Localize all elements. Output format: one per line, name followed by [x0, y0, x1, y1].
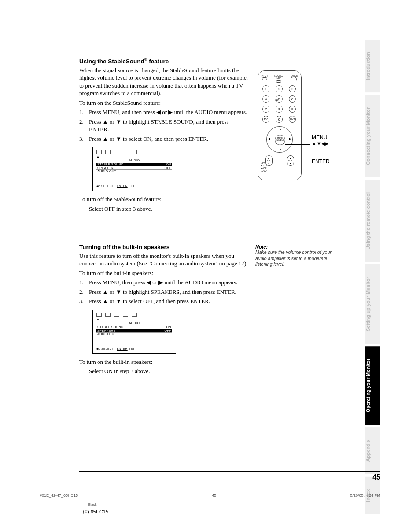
- remote-key-100: 100: [262, 116, 269, 123]
- footer-page: 45: [212, 493, 216, 498]
- step-1: 1.Press MENU, then press ◀ or ▶ until th…: [89, 278, 249, 286]
- note-text: Make sure the volume control of your aud…: [255, 249, 339, 267]
- remote-key-2: 2: [276, 85, 283, 92]
- remote-vol-rocker: ▲VOL▼: [287, 155, 294, 166]
- heading-stablesound: Using the StableSound® feature: [79, 57, 249, 65]
- tab-connecting: Connecting your Monitor: [365, 95, 380, 177]
- footer-model: (E) 65HC15: [83, 509, 108, 514]
- crop-mark: [26, 20, 33, 33]
- section-tabs: Introduction Connecting your Monitor Usi…: [365, 40, 380, 517]
- osd-footer: ◉: SELECT ENTER:SET: [96, 347, 135, 351]
- remote-label-input: INPUT: [261, 74, 268, 77]
- remote-key-6: 6: [289, 95, 296, 103]
- remote-menu-button: MENU EX/MENU: [275, 135, 285, 145]
- step-2: 2.Press ▲ or ▼ to highlight STABLE SOUND…: [89, 118, 249, 133]
- osd-row-speakers: SPEAKERSOFF: [96, 329, 172, 333]
- turn-on-label: To turn on the built-in speakers:: [79, 358, 249, 366]
- remote-key-7: 7: [262, 106, 269, 113]
- step-text: Press MENU, and then press ◀ or ▶ until …: [89, 109, 247, 115]
- remote-label-plus10: +10: [275, 99, 278, 101]
- osd-screenshot-stablesound: ▲ AUDIO STABLE SOUNDON SPEAKERSOFF AUDIO…: [92, 147, 176, 191]
- tab-introduction: Introduction: [365, 40, 380, 92]
- remote-key-9: 9: [289, 106, 296, 113]
- step-1: 1.Press MENU, and then press ◀ or ▶ unti…: [89, 108, 249, 116]
- turn-off-label: To turn off the built-in speakers:: [79, 269, 249, 277]
- remote-key-8: 8: [276, 106, 283, 113]
- osd-title: AUDIO: [96, 159, 172, 162]
- remote-dpad: ▲▼◀▶ MENU EX/MENU: [266, 126, 293, 153]
- step-text: Press ▲ or ▼ to highlight STABLE SOUND, …: [89, 118, 229, 133]
- step-text: Press MENU, then press ◀ or ▶ until the …: [89, 279, 237, 286]
- tab-setting-up: Setting up your Monitor: [365, 264, 380, 344]
- remote-key-3: 3: [289, 85, 296, 92]
- steps-list: 1.Press MENU, then press ◀ or ▶ until th…: [79, 278, 249, 305]
- heading-text: Using the StableSound: [79, 58, 144, 65]
- tab-appendix: Appendix: [365, 427, 380, 474]
- turn-on-step: Select ON in step 3 above.: [79, 367, 249, 375]
- tab-operating: Operating your Monitor: [365, 346, 380, 425]
- osd-footer: ◉: SELECT ENTER:SET: [96, 184, 135, 188]
- remote-key-4: 4: [262, 95, 269, 103]
- step-text: Press ▲ or ▼ to select ON, and then pres…: [89, 136, 208, 142]
- print-footer: #01E_42-47_65HC15 45 5/20/05, 4:24 PM: [40, 493, 380, 498]
- remote-illustration: INPUT RECALLINFO POWER 1 2 3 4 5 6 7 8 9…: [258, 70, 302, 180]
- intro-paragraph: Use this feature to turn off the monitor…: [79, 252, 249, 267]
- osd-screenshot-speakers: ▲ AUDIO STABLE SOUNDON SPEAKERSOFF AUDIO…: [92, 310, 176, 354]
- crop-mark: [26, 491, 33, 504]
- heading-text: feature: [147, 58, 169, 65]
- turn-off-step: Select OFF in step 3 above.: [79, 205, 249, 213]
- callout-arrows: ▲▼◀▶: [312, 141, 328, 147]
- remote-label-info: INFO: [276, 77, 281, 80]
- step-3: 3.Press ▲ or ▼ to select OFF, and then p…: [89, 297, 249, 305]
- osd-row-stable-sound: STABLE SOUNDON: [96, 163, 172, 166]
- step-text: Press ▲ or ▼ to highlight SPEAKERS, and …: [89, 289, 236, 295]
- page-number: 45: [79, 471, 380, 481]
- osd-title: AUDIO: [96, 322, 172, 325]
- callout-enter: ENTER: [312, 158, 330, 165]
- osd-row-audio-out: AUDIO OUT: [96, 333, 172, 336]
- heading-speakers: Turning off the built-in speakers: [79, 244, 249, 250]
- note-heading: Note:: [255, 244, 339, 249]
- step-text: Press ▲ or ▼ to select OFF, and then pre…: [89, 298, 210, 304]
- intro-paragraph: When the signal source is changed, the S…: [79, 66, 249, 97]
- callout-menu: MENU: [312, 134, 327, 140]
- step-3: 3.Press ▲ or ▼ to select ON, and then pr…: [89, 135, 249, 143]
- remote-mode-labels: ▸TV▸CBL/SAT▸VCR▸DVD: [261, 161, 271, 172]
- leader-line: [285, 161, 310, 161]
- tab-remote: Using the remote control: [365, 180, 380, 262]
- osd-row-audio-out: AUDIO OUT: [96, 170, 172, 173]
- turn-on-label: To turn on the StableSound feature:: [79, 99, 249, 107]
- osd-row-stable-sound: STABLE SOUNDON: [96, 326, 172, 329]
- osd-row-speakers: SPEAKERSOFF: [96, 166, 172, 170]
- step-2: 2.Press ▲ or ▼ to highlight SPEAKERS, an…: [89, 288, 249, 296]
- steps-list: 1.Press MENU, and then press ◀ or ▶ unti…: [79, 108, 249, 143]
- remote-key-1: 1: [262, 85, 269, 92]
- turn-off-label: To turn off the StableSound feature:: [79, 195, 249, 203]
- footer-date: 5/20/05, 4:24 PM: [350, 493, 380, 498]
- footer-color: Black: [88, 502, 97, 506]
- crop-mark: [385, 18, 402, 35]
- remote-label-power: POWER: [290, 74, 298, 77]
- leader-line: [285, 144, 310, 145]
- footer-filename: #01E_42-47_65HC15: [40, 493, 78, 498]
- leader-line: [284, 137, 310, 137]
- note-block: Note: Make sure the volume control of yo…: [255, 244, 339, 267]
- crop-mark: [385, 489, 402, 506]
- remote-key-ent: ENT: [289, 116, 296, 123]
- remote-key-0: 0: [276, 116, 283, 123]
